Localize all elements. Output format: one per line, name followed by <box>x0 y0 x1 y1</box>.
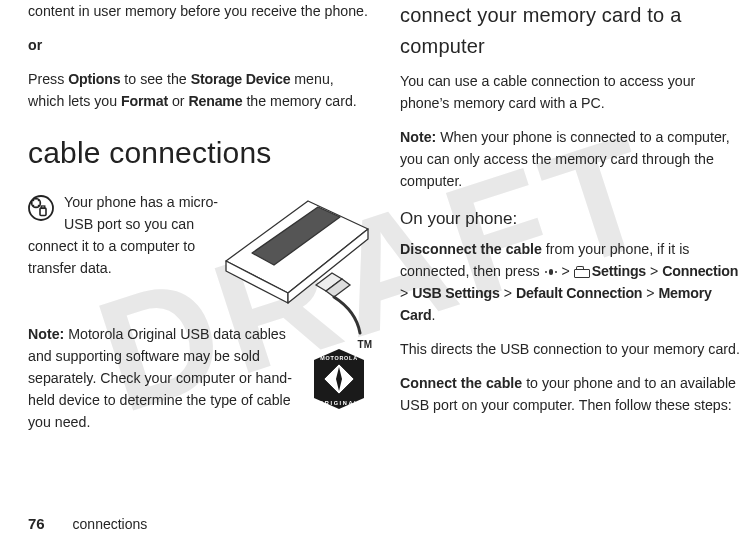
left-column: content in user memory before you receiv… <box>28 0 372 445</box>
format-label: Format <box>121 93 168 109</box>
text: the memory card. <box>242 93 356 109</box>
rename-label: Rename <box>188 93 242 109</box>
connect-note: Note: When your phone is connected to a … <box>400 126 744 192</box>
text: Press <box>28 71 68 87</box>
gt: > <box>500 285 516 301</box>
usb-port-paragraph: Your phone has a micro-USB port so you c… <box>28 191 221 279</box>
settings-label: Settings <box>592 263 646 279</box>
connect-cable-label: Connect the cable <box>400 375 522 391</box>
disconnect-cable-label: Disconnect the cable <box>400 241 542 257</box>
text: to see the <box>120 71 190 87</box>
svg-rect-3 <box>33 201 40 205</box>
text: or <box>168 93 189 109</box>
svg-text:ORIGINAL: ORIGINAL <box>319 400 359 406</box>
gt: > <box>558 263 574 279</box>
cable-text-wrap: Your phone has a micro-USB port so you c… <box>28 191 221 279</box>
connect-memory-card-heading: connect your memory card to a computer <box>400 0 744 62</box>
on-your-phone-heading: On your phone: <box>400 206 744 232</box>
cable-note-paragraph: Note: Motorola Original USB data cables … <box>28 323 310 433</box>
cable-block: Your phone has a micro-USB port so you c… <box>28 191 372 433</box>
note-body: When your phone is connected to a comput… <box>400 129 730 189</box>
toolbox-icon <box>574 266 588 278</box>
connect-intro: You can use a cable connection to access… <box>400 70 744 114</box>
phone-cable-illustration <box>222 197 372 335</box>
footer-section-label: connections <box>73 516 148 532</box>
cable-connections-heading: cable connections <box>28 130 372 177</box>
note-label: Note: <box>28 326 64 342</box>
feature-plus-icon <box>28 195 54 227</box>
usb-settings-label: USB Settings <box>412 285 499 301</box>
period: . <box>432 307 436 323</box>
svg-rect-4 <box>40 208 46 216</box>
center-key-icon <box>544 267 558 277</box>
svg-text:MOTOROLA: MOTOROLA <box>320 355 358 361</box>
gt: > <box>642 285 658 301</box>
connect-cable-paragraph: Connect the cable to your phone and to a… <box>400 372 744 416</box>
default-connection-label: Default Connection <box>516 285 642 301</box>
note-body: Motorola Original USB data cables and su… <box>28 326 292 430</box>
svg-rect-5 <box>41 206 45 208</box>
right-column: connect your memory card to a computer Y… <box>400 0 744 445</box>
storage-device-label: Storage Device <box>191 71 291 87</box>
page-footer: 76 connections <box>28 515 147 532</box>
motorola-original-badge-icon: MOTOROLA ORIGINAL <box>312 347 366 411</box>
or-label: or <box>28 34 372 56</box>
usb-port-text: Your phone has a micro-USB port so you c… <box>28 194 218 276</box>
disconnect-steps: Disconnect the cable from your phone, if… <box>400 238 744 326</box>
gt: > <box>646 263 662 279</box>
note-label: Note: <box>400 129 436 145</box>
page-content: content in user memory before you receiv… <box>0 0 756 445</box>
directs-usb-paragraph: This directs the USB connection to your … <box>400 338 744 360</box>
options-paragraph: Press Options to see the Storage Device … <box>28 68 372 112</box>
connection-label: Connection <box>662 263 738 279</box>
gt: > <box>400 285 412 301</box>
page-number: 76 <box>28 515 45 532</box>
options-label: Options <box>68 71 120 87</box>
intro-tail: content in user memory before you receiv… <box>28 0 372 22</box>
